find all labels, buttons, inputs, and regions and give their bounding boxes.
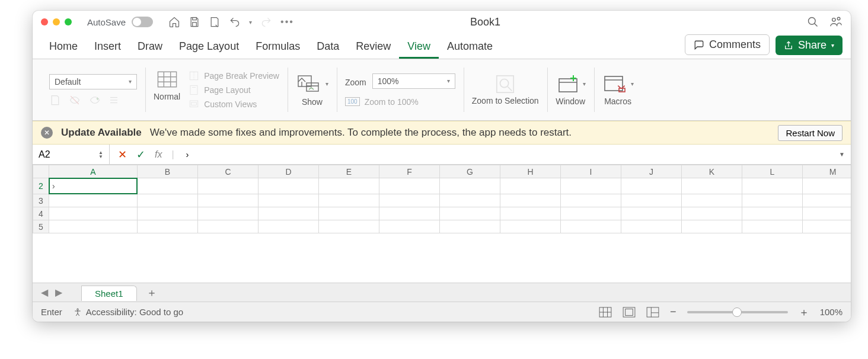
- cell-J5[interactable]: [621, 220, 682, 233]
- cell-J2[interactable]: [621, 178, 682, 194]
- cell-L2[interactable]: [742, 178, 803, 194]
- spin-down-icon[interactable]: ▼: [98, 155, 103, 159]
- cell-H5[interactable]: [500, 220, 561, 233]
- tab-draw[interactable]: Draw: [129, 34, 171, 59]
- zoom-selection-label[interactable]: Zoom to Selection: [472, 97, 539, 105]
- cell-M4[interactable]: [803, 207, 851, 220]
- page-layout-button[interactable]: Page Layout: [189, 85, 279, 95]
- cell-D2[interactable]: [259, 178, 319, 194]
- cell-B5[interactable]: [138, 220, 198, 233]
- cell-B2[interactable]: [138, 178, 198, 194]
- normal-view-icon[interactable]: [157, 70, 177, 88]
- restart-now-button[interactable]: Restart Now: [778, 125, 843, 141]
- cell-I2[interactable]: [561, 178, 621, 194]
- show-icon[interactable]: [296, 73, 322, 95]
- col-header-K[interactable]: K: [682, 165, 742, 178]
- keep-view-icon[interactable]: [49, 94, 61, 106]
- maximize-window-icon[interactable]: [65, 18, 72, 25]
- sheet-nav-prev-icon[interactable]: ◀: [39, 287, 50, 298]
- cell-J3[interactable]: [621, 194, 682, 207]
- cell-J4[interactable]: [621, 207, 682, 220]
- cell-I4[interactable]: [561, 207, 621, 220]
- close-banner-icon[interactable]: ✕: [41, 127, 53, 139]
- col-header-A[interactable]: A: [49, 165, 138, 178]
- share-button[interactable]: Share ▾: [776, 36, 843, 55]
- cell-K4[interactable]: [682, 207, 742, 220]
- share-people-icon[interactable]: [829, 15, 843, 28]
- cell-I5[interactable]: [561, 220, 621, 233]
- col-header-E[interactable]: E: [319, 165, 379, 178]
- cell-C3[interactable]: [198, 194, 259, 207]
- cell-L5[interactable]: [742, 220, 803, 233]
- cell-M3[interactable]: [803, 194, 851, 207]
- redo-icon[interactable]: [260, 16, 272, 28]
- row-header-2[interactable]: 2: [33, 178, 49, 194]
- col-header-F[interactable]: F: [379, 165, 440, 178]
- cell-G5[interactable]: [440, 220, 500, 233]
- cell-C5[interactable]: [198, 220, 259, 233]
- tab-insert[interactable]: Insert: [86, 34, 129, 59]
- chevron-down-icon[interactable]: ▾: [583, 81, 586, 87]
- cell-M5[interactable]: [803, 220, 851, 233]
- cell-G4[interactable]: [440, 207, 500, 220]
- cell-K5[interactable]: [682, 220, 742, 233]
- enter-icon[interactable]: ✓: [136, 148, 145, 161]
- col-header-D[interactable]: D: [259, 165, 319, 178]
- col-header-B[interactable]: B: [138, 165, 198, 178]
- macros-icon[interactable]: [602, 74, 627, 94]
- cell-F5[interactable]: [379, 220, 440, 233]
- col-header-G[interactable]: G: [440, 165, 500, 178]
- cell-G3[interactable]: [440, 194, 500, 207]
- expand-formula-icon[interactable]: ▼: [839, 151, 845, 158]
- zoom-dropdown[interactable]: 100% ▾: [372, 73, 455, 89]
- cell-A3[interactable]: [49, 194, 138, 207]
- cell-B4[interactable]: [138, 207, 198, 220]
- cell-F2[interactable]: [379, 178, 440, 194]
- cell-F4[interactable]: [379, 207, 440, 220]
- row-header-5[interactable]: 5: [33, 220, 49, 233]
- cell-K2[interactable]: [682, 178, 742, 194]
- page-layout-view-button[interactable]: [623, 306, 636, 318]
- cell-D4[interactable]: [259, 207, 319, 220]
- search-icon[interactable]: [807, 16, 819, 28]
- cell-F3[interactable]: [379, 194, 440, 207]
- page-break-preview-button[interactable]: Page Break Preview: [189, 70, 279, 81]
- name-box[interactable]: A2 ▲▼: [33, 145, 110, 164]
- tab-automate[interactable]: Automate: [439, 34, 501, 59]
- tab-formulas[interactable]: Formulas: [247, 34, 308, 59]
- cell-grid[interactable]: ABCDEFGHIJKLM2›345: [33, 165, 851, 283]
- new-view-icon[interactable]: [88, 94, 101, 105]
- cell-E2[interactable]: [319, 178, 379, 194]
- tab-review[interactable]: Review: [347, 34, 399, 59]
- col-header-M[interactable]: M: [803, 165, 851, 178]
- select-all-cell[interactable]: [33, 165, 49, 178]
- cell-L3[interactable]: [742, 194, 803, 207]
- cell-H3[interactable]: [500, 194, 561, 207]
- row-header-4[interactable]: 4: [33, 207, 49, 220]
- add-sheet-icon[interactable]: ＋: [139, 286, 164, 300]
- col-header-C[interactable]: C: [198, 165, 259, 178]
- col-header-I[interactable]: I: [561, 165, 621, 178]
- sheet-nav-next-icon[interactable]: ▶: [53, 287, 65, 298]
- exit-view-icon[interactable]: [68, 94, 81, 105]
- cell-I3[interactable]: [561, 194, 621, 207]
- normal-view-button[interactable]: [599, 306, 612, 318]
- cell-G2[interactable]: [440, 178, 500, 194]
- sheet-view-dropdown[interactable]: Default ▾: [49, 74, 137, 89]
- custom-views-button[interactable]: Custom Views: [189, 99, 279, 110]
- options-view-icon[interactable]: [108, 94, 119, 105]
- normal-label[interactable]: Normal: [154, 92, 180, 101]
- zoom-slider[interactable]: [687, 311, 788, 313]
- zoom-100-button[interactable]: 100 Zoom to 100%: [345, 97, 419, 107]
- cell-L4[interactable]: [742, 207, 803, 220]
- tab-page-layout[interactable]: Page Layout: [171, 34, 247, 59]
- comments-button[interactable]: Comments: [685, 34, 770, 55]
- cell-A5[interactable]: [49, 220, 138, 233]
- close-window-icon[interactable]: [41, 18, 48, 25]
- accessibility-status[interactable]: Accessibility: Good to go: [73, 307, 183, 317]
- col-header-J[interactable]: J: [621, 165, 682, 178]
- tab-home[interactable]: Home: [41, 34, 86, 59]
- cell-A2[interactable]: ›: [49, 178, 137, 194]
- cell-D3[interactable]: [259, 194, 319, 207]
- chevron-down-icon[interactable]: ▾: [326, 81, 328, 87]
